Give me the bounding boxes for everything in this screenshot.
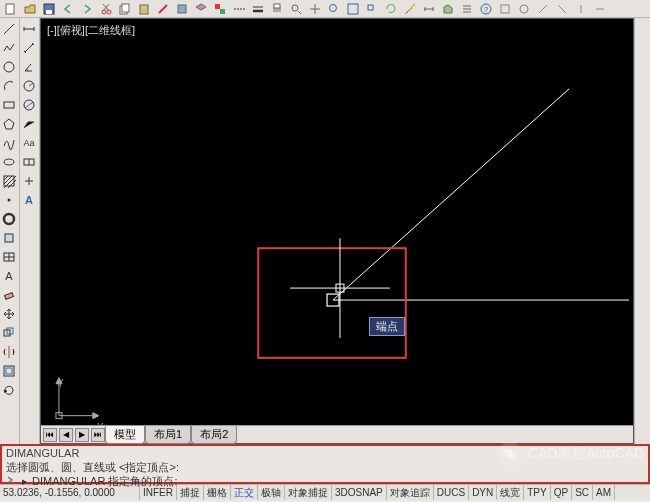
paste-icon[interactable]: [135, 1, 153, 17]
match-prop-icon[interactable]: [154, 1, 172, 17]
spline-icon[interactable]: [0, 134, 18, 152]
region-icon[interactable]: [0, 229, 18, 247]
tool-b-icon[interactable]: [515, 1, 533, 17]
tab-model[interactable]: 模型: [105, 426, 145, 444]
pan-icon[interactable]: [306, 1, 324, 17]
tab-layout2[interactable]: 布局2: [191, 426, 237, 444]
polygon-icon[interactable]: [0, 115, 18, 133]
point-icon[interactable]: [0, 191, 18, 209]
svg-text:Aa: Aa: [23, 138, 34, 148]
svg-point-14: [330, 4, 337, 11]
move-icon[interactable]: [0, 305, 18, 323]
measure-icon[interactable]: [401, 1, 419, 17]
open-icon[interactable]: [21, 1, 39, 17]
erase-icon[interactable]: [0, 286, 18, 304]
svg-text:A: A: [25, 194, 33, 206]
copy-icon[interactable]: [116, 1, 134, 17]
mirror-icon[interactable]: [0, 343, 18, 361]
status-lwt[interactable]: 线宽: [497, 485, 524, 500]
redo-icon[interactable]: [78, 1, 96, 17]
snap-tooltip: 端点: [369, 317, 405, 336]
ellipse-icon[interactable]: [0, 153, 18, 171]
donut-icon[interactable]: [0, 210, 18, 228]
tab-nav-prev[interactable]: ◀: [59, 428, 73, 442]
text-icon[interactable]: A: [0, 267, 18, 285]
tool-e-icon[interactable]: [572, 1, 590, 17]
print-icon[interactable]: [268, 1, 286, 17]
lineweight-icon[interactable]: [249, 1, 267, 17]
new-file-icon[interactable]: [2, 1, 20, 17]
arc-icon[interactable]: [0, 77, 18, 95]
layer-icon[interactable]: [192, 1, 210, 17]
svg-text:A: A: [5, 270, 13, 282]
list-icon[interactable]: [458, 1, 476, 17]
status-infer[interactable]: INFER: [140, 485, 177, 500]
svg-rect-7: [140, 5, 148, 14]
tab-nav-last[interactable]: ⏭: [91, 428, 105, 442]
rotate-icon[interactable]: [0, 381, 18, 399]
tool-a-icon[interactable]: [496, 1, 514, 17]
undo-icon[interactable]: [59, 1, 77, 17]
linetype-icon[interactable]: [230, 1, 248, 17]
tab-nav-first[interactable]: ⏮: [43, 428, 57, 442]
status-snap[interactable]: 捕捉: [177, 485, 204, 500]
dim-linear-icon[interactable]: [20, 20, 38, 38]
cut-icon[interactable]: [97, 1, 115, 17]
tool-f-icon[interactable]: [591, 1, 609, 17]
status-otrack[interactable]: 对象追踪: [387, 485, 434, 500]
svg-rect-8: [178, 5, 186, 13]
aletter-icon[interactable]: A: [20, 191, 38, 209]
dim-aligned-icon[interactable]: [20, 39, 38, 57]
dist-icon[interactable]: [420, 1, 438, 17]
zoom-window-icon[interactable]: [363, 1, 381, 17]
help-icon[interactable]: ?: [477, 1, 495, 17]
zoom-extents-icon[interactable]: [344, 1, 362, 17]
status-grid[interactable]: 栅格: [204, 485, 231, 500]
mtext-icon[interactable]: Aa: [20, 134, 38, 152]
tab-layout1[interactable]: 布局1: [145, 426, 191, 444]
offset-icon[interactable]: [0, 362, 18, 380]
watermark: CAD教程AutoCAD: [498, 442, 644, 466]
tolerance-icon[interactable]: [20, 153, 38, 171]
polyline-icon[interactable]: [0, 39, 18, 57]
hatch-icon[interactable]: [0, 172, 18, 190]
status-ortho[interactable]: 正交: [231, 485, 258, 500]
preview-icon[interactable]: [287, 1, 305, 17]
drawing-svg: [41, 19, 633, 426]
status-am[interactable]: AM: [593, 485, 615, 500]
save-icon[interactable]: [40, 1, 58, 17]
svg-point-20: [520, 5, 528, 13]
status-qp[interactable]: QP: [551, 485, 572, 500]
dim-angular-icon[interactable]: [20, 58, 38, 76]
copy2-icon[interactable]: [0, 324, 18, 342]
circle-icon[interactable]: [0, 58, 18, 76]
drawing-canvas[interactable]: [-][俯视][二维线框] 端点 Y: [40, 18, 634, 444]
tool-d-icon[interactable]: [553, 1, 571, 17]
dim-diameter-icon[interactable]: [20, 96, 38, 114]
center-icon[interactable]: [20, 172, 38, 190]
area-icon[interactable]: [439, 1, 457, 17]
table-icon[interactable]: [0, 248, 18, 266]
rect-icon[interactable]: [0, 96, 18, 114]
dim-radius-icon[interactable]: [20, 77, 38, 95]
status-tpy[interactable]: TPY: [524, 485, 550, 500]
color-icon[interactable]: [211, 1, 229, 17]
status-dyn[interactable]: DYN: [469, 485, 497, 500]
regen-icon[interactable]: [382, 1, 400, 17]
status-polar[interactable]: 极轴: [258, 485, 285, 500]
tab-nav-next[interactable]: ▶: [75, 428, 89, 442]
svg-rect-16: [368, 5, 373, 10]
zoom-icon[interactable]: [325, 1, 343, 17]
leader-icon[interactable]: [20, 115, 38, 133]
top-toolbar: ?: [0, 0, 650, 18]
line-icon[interactable]: [0, 20, 18, 38]
coord-readout: 53.0236, -0.1556, 0.0000: [0, 485, 140, 500]
status-ducs[interactable]: DUCS: [434, 485, 469, 500]
status-osnap[interactable]: 对象捕捉: [285, 485, 332, 500]
tool-c-icon[interactable]: [534, 1, 552, 17]
vertical-scrollbar[interactable]: [634, 18, 650, 444]
status-sc[interactable]: SC: [572, 485, 593, 500]
block-icon[interactable]: [173, 1, 191, 17]
svg-point-23: [4, 159, 14, 165]
status-3dosnap[interactable]: 3DOSNAP: [332, 485, 387, 500]
